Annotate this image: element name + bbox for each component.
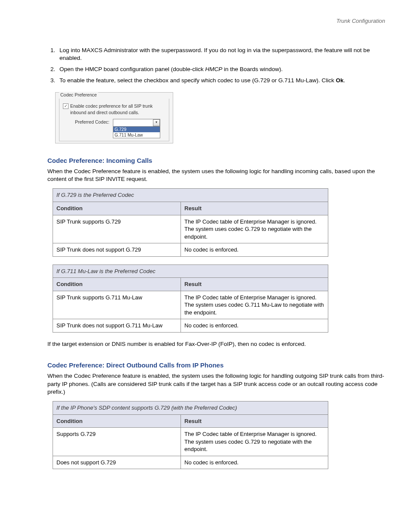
step-2: Open the HMCP board configuration panel …	[57, 65, 385, 73]
step-2-text-b: in the Boards window).	[222, 66, 283, 72]
cell: No codec is enforced.	[181, 319, 328, 333]
cell: The IP Codec table of Enterprise Manager…	[181, 215, 328, 243]
preferred-codec-dropdown[interactable]: ▾	[113, 119, 160, 127]
step-2-hmcp: HMCP	[205, 66, 222, 72]
foip-note: If the target extension or DNIS number i…	[47, 340, 385, 348]
cell: SIP Trunk supports G.729	[53, 215, 181, 243]
enable-label: Enable codec preference for all SIP trun…	[70, 103, 165, 115]
table-g729: If G.729 is the Preferred Codec Conditio…	[53, 188, 328, 256]
cell: SIP Trunk supports G.711 Mu-Law	[53, 291, 181, 319]
codec-options-list: G.729 G.711 Mu-Law	[113, 127, 160, 138]
table-outbound-h1: Condition	[53, 414, 181, 428]
codec-preference-panel: Codec Preference ✓ Enable codec preferen…	[55, 92, 173, 143]
table-row: SIP Trunk does not support G.711 Mu-Law …	[53, 319, 328, 333]
section-outbound-title: Codec Preference: Direct Outbound Calls …	[47, 361, 385, 370]
table-g729-h2: Result	[181, 202, 328, 215]
table-outbound-g729: If the IP Phone's SDP content supports G…	[53, 401, 328, 469]
section-incoming-title: Codec Preference: Incoming Calls	[47, 156, 385, 165]
preferred-codec-label: Preferred Codec:	[75, 119, 109, 125]
cell: No codec is enforced.	[181, 456, 328, 469]
table-outbound-h2: Result	[181, 414, 328, 428]
codec-option-g711[interactable]: G.711 Mu-Law	[113, 132, 160, 138]
group-label: Codec Preference	[59, 92, 98, 98]
cell: SIP Trunk does not support G.711 Mu-Law	[53, 319, 181, 333]
step-3-ok: Ok	[336, 77, 344, 84]
step-2-text-a: Open the HMCP board configuration panel …	[59, 66, 205, 72]
cell: Does not support G.729	[53, 456, 181, 469]
cell: Supports G.729	[53, 428, 181, 456]
step-3-text-b: .	[344, 77, 346, 84]
cell: The IP Codec table of Enterprise Manager…	[181, 291, 328, 319]
codec-option-g729[interactable]: G.729	[113, 127, 160, 132]
step-1: Log into MAXCS Administrator with the su…	[57, 47, 385, 62]
table-row: Does not support G.729 No codec is enfor…	[53, 456, 328, 469]
table-row: SIP Trunk supports G.711 Mu-Law The IP C…	[53, 291, 328, 319]
cell: The IP Codec table of Enterprise Manager…	[181, 428, 328, 456]
step-3-text-a: To enable the feature, select the checkb…	[59, 77, 336, 84]
table-g711: If G.711 Mu-Law is the Preferred Codec C…	[53, 264, 328, 333]
table-g711-h1: Condition	[53, 278, 181, 291]
cell: No codec is enforced.	[181, 243, 328, 257]
table-g729-caption: If G.729 is the Preferred Codec	[53, 189, 328, 202]
step-3: To enable the feature, select the checkb…	[57, 77, 385, 84]
table-row: Supports G.729 The IP Codec table of Ent…	[53, 428, 328, 456]
table-outbound-caption: If the IP Phone's SDP content supports G…	[53, 401, 328, 415]
section-outbound-intro: When the Codec Preference feature is ena…	[47, 372, 385, 396]
page-header: Trunk Configuration	[47, 17, 385, 25]
section-incoming-intro: When the Codec Preference feature is ena…	[47, 168, 385, 183]
table-row: SIP Trunk supports G.729 The IP Codec ta…	[53, 215, 328, 243]
chevron-down-icon[interactable]: ▾	[153, 119, 160, 126]
table-g729-h1: Condition	[53, 202, 181, 215]
table-g711-caption: If G.711 Mu-Law is the Preferred Codec	[53, 264, 328, 278]
table-g711-h2: Result	[181, 278, 328, 291]
cell: SIP Trunk does not support G.729	[53, 243, 181, 257]
steps-list: Log into MAXCS Administrator with the su…	[47, 47, 385, 85]
table-row: SIP Trunk does not support G.729 No code…	[53, 243, 328, 257]
enable-checkbox[interactable]: ✓	[63, 103, 68, 109]
